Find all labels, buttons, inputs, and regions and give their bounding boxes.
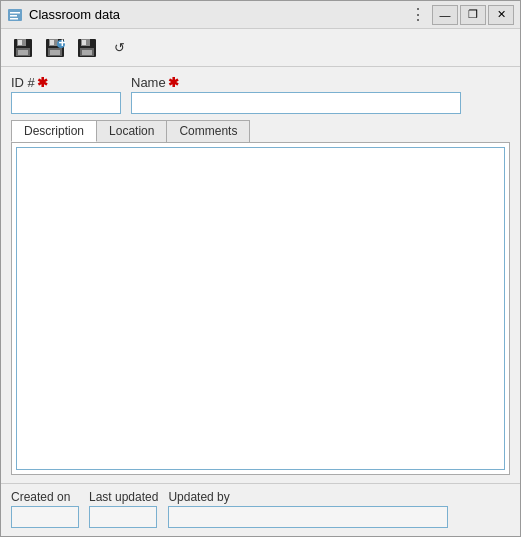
save-button-3[interactable]: [73, 34, 101, 62]
svg-rect-2: [10, 15, 17, 17]
content-area: ID # ✱ Name ✱ Description Location Comme…: [1, 67, 520, 483]
tab-description[interactable]: Description: [11, 120, 97, 142]
svg-rect-13: [50, 50, 60, 55]
app-icon: [7, 7, 23, 23]
save-icon-2: +: [44, 37, 66, 59]
updated-by-field: Updated by: [168, 490, 448, 528]
id-label: ID # ✱: [11, 75, 121, 90]
svg-rect-18: [82, 40, 86, 45]
svg-rect-11: [50, 40, 54, 45]
title-bar: Classroom data ⋮ — ❐ ✕: [1, 1, 520, 29]
main-window: Classroom data ⋮ — ❐ ✕: [0, 0, 521, 537]
title-controls: ⋮ — ❐ ✕: [406, 5, 514, 25]
toolbar: + ↺: [1, 29, 520, 67]
id-name-row: ID # ✱ Name ✱: [11, 75, 510, 114]
tabs-section: Description Location Comments: [11, 120, 510, 475]
tab-comments[interactable]: Comments: [166, 120, 250, 142]
minimize-button[interactable]: —: [432, 5, 458, 25]
svg-rect-8: [18, 50, 28, 55]
svg-rect-6: [18, 40, 22, 45]
last-updated-label: Last updated: [89, 490, 158, 504]
tab-location[interactable]: Location: [96, 120, 167, 142]
id-input[interactable]: [11, 92, 121, 114]
updated-by-label: Updated by: [168, 490, 448, 504]
save-icon-3: [76, 37, 98, 59]
svg-text:+: +: [59, 37, 67, 50]
close-button[interactable]: ✕: [488, 5, 514, 25]
last-updated-field: Last updated: [89, 490, 158, 528]
window-title: Classroom data: [29, 7, 120, 22]
last-updated-input[interactable]: [89, 506, 157, 528]
restore-button[interactable]: ❐: [460, 5, 486, 25]
tab-header: Description Location Comments: [11, 120, 510, 142]
svg-rect-20: [82, 50, 92, 55]
name-field-group: Name ✱: [131, 75, 461, 114]
svg-rect-3: [10, 18, 18, 20]
save-button-1[interactable]: [9, 34, 37, 62]
id-required-star: ✱: [37, 75, 48, 90]
svg-rect-1: [10, 12, 20, 14]
updated-by-input[interactable]: [168, 506, 448, 528]
name-required-star: ✱: [168, 75, 179, 90]
menu-dots[interactable]: ⋮: [406, 5, 430, 24]
footer: Created on Last updated Updated by: [1, 483, 520, 536]
tab-content-area: [11, 142, 510, 475]
created-on-field: Created on: [11, 490, 79, 528]
id-field-group: ID # ✱: [11, 75, 121, 114]
title-left: Classroom data: [7, 7, 120, 23]
created-on-label: Created on: [11, 490, 79, 504]
created-on-input[interactable]: [11, 506, 79, 528]
save-button-2[interactable]: +: [41, 34, 69, 62]
refresh-button[interactable]: ↺: [105, 34, 133, 62]
refresh-icon: ↺: [114, 40, 125, 55]
description-textarea[interactable]: [16, 147, 505, 470]
save-icon-1: [12, 37, 34, 59]
name-input[interactable]: [131, 92, 461, 114]
name-label: Name ✱: [131, 75, 461, 90]
